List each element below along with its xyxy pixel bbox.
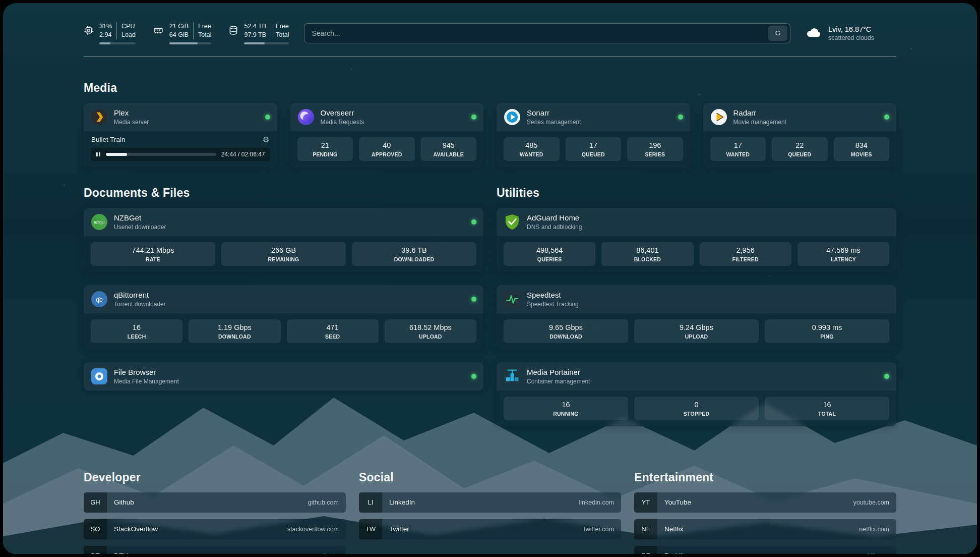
search-input[interactable] [304,29,768,37]
bookmark-name: Github [107,498,134,506]
service-link-portainer[interactable]: Media Portainer Container management [497,362,896,391]
stat-block: 22QUEUED [772,137,828,161]
stat-block: 40APPROVED [359,137,415,161]
search-bar[interactable]: G [304,23,790,43]
stat-block: 39.6 TBDOWNLOADED [352,242,476,266]
bookmark-abbr: YT [634,492,657,513]
service-name: Radarr [733,108,786,117]
bookmark-abbr: NF [634,519,657,539]
status-dot [265,115,270,120]
bookmark-abbr: LI [359,492,382,513]
bookmark-youtube[interactable]: YT YouTube youtube.com [634,492,896,513]
service-link-adguard[interactable]: AdGuard Home DNS and adblocking [497,208,896,236]
playback-progress-bar[interactable] [106,153,216,156]
top-bar: 31% 2.94 CPU Load [84,22,896,44]
status-dot [471,115,476,120]
service-subtitle: Container management [527,378,590,385]
bookmark-reddit[interactable]: RE Reddit reddit.com [634,546,896,554]
service-subtitle: Media Requests [321,119,364,126]
stat-block: 9.65 GbpsDOWNLOAD [504,319,628,343]
stat-block: 196SERIES [627,137,683,161]
plex-now-playing: Bullet Train ⚙ 24:44 / 02:06:47 [84,131,277,167]
stat-block: 9.24 GbpsUPLOAD [634,319,759,343]
cpu-label: CPU [121,22,136,31]
weather-location: Lviv, 16.87°C [828,25,874,33]
service-link-qbittorrent[interactable]: qb qBittorrent Torrent downloader [84,285,483,313]
bookmark-url: youtube.com [853,499,896,506]
service-subtitle: Media File Management [114,378,179,385]
memory-progress-fill [169,42,198,44]
bookmark-abbr: SO [84,519,107,539]
stat-block: 47.569 msLATENCY [798,242,889,266]
speedtest-icon [504,291,521,308]
service-link-nzbget[interactable]: nzbget NZBGet Usenet downloader [84,208,483,236]
service-link-radarr[interactable]: Radarr Movie management [703,103,897,131]
sonarr-icon [504,108,521,126]
service-link-overseerr[interactable]: Overseerr Media Requests [290,103,484,131]
service-subtitle: Speedtest Tracking [527,301,579,308]
bookmark-url: dev.to [322,552,346,554]
bookmark-stackoverflow[interactable]: SO StackOverflow stackoverflow.com [84,519,346,539]
stat-block: 471SEED [287,319,379,343]
bookmark-netflix[interactable]: NF Netflix netflix.com [634,519,896,539]
memory-free-label: Free [198,22,211,31]
bookmark-linkedin[interactable]: LI LinkedIn linkedin.com [359,492,621,513]
section-title-utilities: Utilities [497,186,896,200]
bookmark-twitter[interactable]: TW Twitter twitter.com [359,519,621,539]
service-link-plex[interactable]: Plex Media server [84,103,277,131]
cpu-load-label: Load [121,31,136,39]
playback-progress-fill [106,153,127,156]
service-card-plex: Plex Media server Bullet Train ⚙ [84,103,277,167]
bookmark-github[interactable]: GH Github github.com [84,492,346,513]
bookmark-url: netflix.com [859,526,896,533]
service-link-filebrowser[interactable]: File Browser Media File Management [84,362,483,391]
stat-block: 16LEECH [91,319,182,343]
bookmarks-social: Social LI LinkedIn linkedin.com TW Twitt… [359,471,621,554]
cpu-widget: 31% 2.94 CPU Load [84,22,136,44]
disk-progress-fill [244,42,265,44]
status-dot [884,115,889,120]
status-dot [471,374,476,379]
service-subtitle: Torrent downloader [114,301,166,308]
service-card-nzbget: nzbget NZBGet Usenet downloader 744.21 M… [84,208,483,272]
svg-text:nzbget: nzbget [94,220,104,224]
service-card-speedtest: Speedtest Speedtest Tracking 9.65 GbpsDO… [497,285,896,349]
service-link-sonarr[interactable]: Sonarr Series management [497,103,690,131]
service-subtitle: Media server [114,119,149,126]
plex-icon [91,108,108,126]
bookmark-dev[interactable]: DT DEV dev.to [84,546,346,554]
service-card-adguard: AdGuard Home DNS and adblocking 498,564Q… [497,208,896,272]
section-title-media: Media [84,81,896,95]
stat-block: 21PENDING [297,137,353,161]
system-widgets: 31% 2.94 CPU Load [84,22,289,44]
nzbget-icon: nzbget [91,213,108,231]
bookmark-name: StackOverflow [107,525,158,533]
radarr-icon [710,108,727,126]
bookmark-abbr: TW [359,519,382,539]
search-engine-button[interactable]: G [768,26,787,41]
disk-widget: 52.4 TB 97.9 TB Free Total [228,22,289,44]
stat-block: 266 GBREMAINING [221,242,346,266]
service-name: Speedtest [527,291,579,299]
gear-icon[interactable]: ⚙ [263,136,269,143]
status-dot [884,374,889,379]
cpu-percent-value: 31% [99,22,112,31]
service-name: Media Portainer [527,368,590,376]
service-card-qbittorrent: qb qBittorrent Torrent downloader 16LEEC… [84,285,483,349]
now-playing-title: Bullet Train [91,136,126,143]
filebrowser-icon [91,368,108,385]
service-card-overseerr: Overseerr Media Requests 21PENDING 40APP… [290,103,484,167]
stat-block: 0.993 msPING [765,319,889,343]
disk-icon [228,22,238,35]
disk-total-value: 97.9 TB [244,31,266,39]
section-title-documents: Documents & Files [84,186,483,200]
service-subtitle: Movie management [733,119,786,126]
memory-free-value: 21 GiB [169,22,189,31]
service-link-speedtest[interactable]: Speedtest Speedtest Tracking [497,285,896,313]
bookmark-url: stackoverflow.com [287,526,346,533]
dashboard-screen: 31% 2.94 CPU Load [3,3,977,554]
bookmark-name: Reddit [657,552,684,554]
column-documents: Documents & Files nzbget NZBGet Usenet d… [84,186,483,404]
pause-icon[interactable] [96,152,101,157]
service-name: Plex [114,108,149,117]
